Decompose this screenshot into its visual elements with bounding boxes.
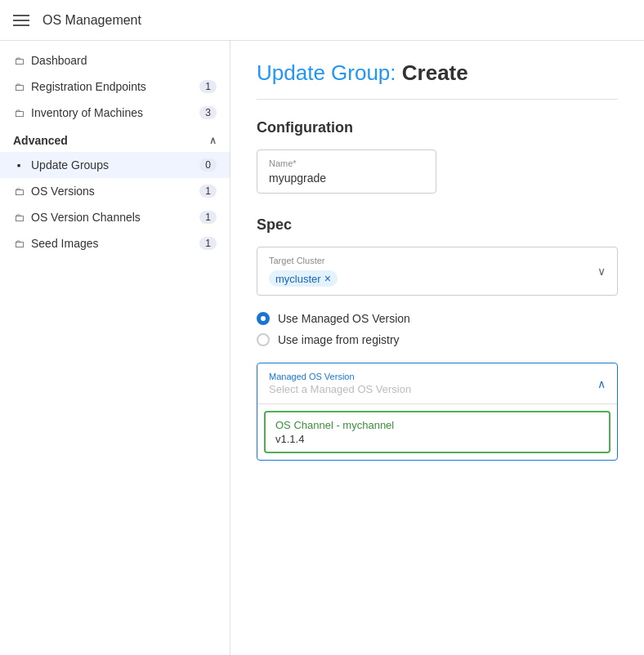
cluster-tag[interactable]: mycluster × <box>269 270 338 287</box>
radio-use-managed-os[interactable]: Use Managed OS Version <box>257 312 618 325</box>
page-title-action: Create <box>402 60 468 85</box>
sidebar-item-label: Registration Endpoints <box>31 80 146 93</box>
title-divider <box>257 99 618 100</box>
cluster-tags: mycluster × <box>269 270 597 287</box>
registration-endpoints-badge: 1 <box>199 80 217 93</box>
radio-circle-selected <box>257 312 270 325</box>
sidebar-item-label: OS Versions <box>31 185 95 198</box>
managed-os-label: Managed OS Version <box>269 372 411 381</box>
os-channel-name: OS Channel - mychannel <box>275 419 599 431</box>
name-value: myupgrade <box>269 172 424 185</box>
folder-icon: 🗀 <box>13 81 25 92</box>
dropdown-chevron-icon: ∨ <box>597 265 606 278</box>
sidebar-item-update-groups[interactable]: ▪ Update Groups 0 <box>0 152 230 178</box>
os-channel-version: v1.1.4 <box>275 433 599 445</box>
hamburger-menu-icon[interactable] <box>13 15 29 26</box>
topbar: OS Management <box>0 0 644 41</box>
spec-section: Spec Target Cluster mycluster × ∨ <box>257 216 618 461</box>
folder-icon: 🗀 <box>13 238 25 249</box>
inventory-badge: 3 <box>199 106 217 119</box>
managed-os-header-content: Managed OS Version Select a Managed OS V… <box>269 372 411 395</box>
sidebar-item-dashboard[interactable]: 🗀 Dashboard <box>0 47 230 74</box>
cluster-tag-label: mycluster <box>275 273 321 285</box>
sidebar-item-seed-images[interactable]: 🗀 Seed Images 1 <box>0 230 230 256</box>
topbar-title: OS Management <box>42 13 141 28</box>
sidebar-item-registration-endpoints[interactable]: 🗀 Registration Endpoints 1 <box>0 74 230 100</box>
seed-images-badge: 1 <box>199 237 217 250</box>
main-content: Update Group: Create Configuration Name*… <box>230 41 644 655</box>
managed-os-header[interactable]: Managed OS Version Select a Managed OS V… <box>257 363 617 404</box>
sidebar-item-label: Seed Images <box>31 237 99 250</box>
os-version-channels-badge: 1 <box>199 211 217 224</box>
page-title-label: Update Group: <box>257 60 396 85</box>
sidebar-item-label: Dashboard <box>31 54 87 67</box>
os-versions-badge: 1 <box>199 185 217 198</box>
radio-group: Use Managed OS Version Use image from re… <box>257 312 618 346</box>
managed-os-placeholder: Select a Managed OS Version <box>269 383 411 395</box>
radio-label-image-registry: Use image from registry <box>278 333 400 346</box>
advanced-chevron-icon: ∧ <box>209 135 217 146</box>
sidebar-item-inventory-of-machines[interactable]: 🗀 Inventory of Machines 3 <box>0 100 230 126</box>
sidebar-item-os-versions[interactable]: 🗀 OS Versions 1 <box>0 178 230 204</box>
os-channel-option[interactable]: OS Channel - mychannel v1.1.4 <box>264 411 610 453</box>
sidebar-item-label: Inventory of Machines <box>31 106 143 119</box>
folder-dark-icon: ▪ <box>13 159 25 171</box>
managed-os-version-box: Managed OS Version Select a Managed OS V… <box>257 363 618 461</box>
sidebar-item-label: Update Groups <box>31 158 109 172</box>
sidebar: 🗀 Dashboard 🗀 Registration Endpoints 1 🗀… <box>0 41 230 655</box>
folder-icon: 🗀 <box>13 107 25 118</box>
name-label: Name* <box>269 158 424 168</box>
folder-icon: 🗀 <box>13 55 25 66</box>
spec-section-title: Spec <box>257 216 618 234</box>
managed-os-chevron-icon: ∧ <box>597 377 606 390</box>
target-cluster-dropdown[interactable]: Target Cluster mycluster × ∨ <box>257 247 618 296</box>
name-card: Name* myupgrade <box>257 149 436 194</box>
page-title: Update Group: Create <box>257 60 618 86</box>
configuration-section-title: Configuration <box>257 119 618 136</box>
tag-close-icon[interactable]: × <box>324 272 331 285</box>
folder-icon: 🗀 <box>13 185 25 197</box>
advanced-label: Advanced <box>13 134 68 147</box>
sidebar-item-os-version-channels[interactable]: 🗀 OS Version Channels 1 <box>0 204 230 230</box>
radio-circle-unselected <box>257 333 270 346</box>
target-cluster-label: Target Cluster <box>269 256 597 265</box>
folder-icon: 🗀 <box>13 212 25 223</box>
advanced-section-header[interactable]: Advanced ∧ <box>0 126 230 152</box>
sidebar-item-label: OS Version Channels <box>31 211 141 224</box>
main-layout: 🗀 Dashboard 🗀 Registration Endpoints 1 🗀… <box>0 41 644 655</box>
update-groups-badge: 0 <box>199 158 217 172</box>
radio-label-managed-os: Use Managed OS Version <box>278 312 410 325</box>
dropdown-content: Target Cluster mycluster × <box>269 256 597 287</box>
radio-use-image-registry[interactable]: Use image from registry <box>257 333 618 346</box>
